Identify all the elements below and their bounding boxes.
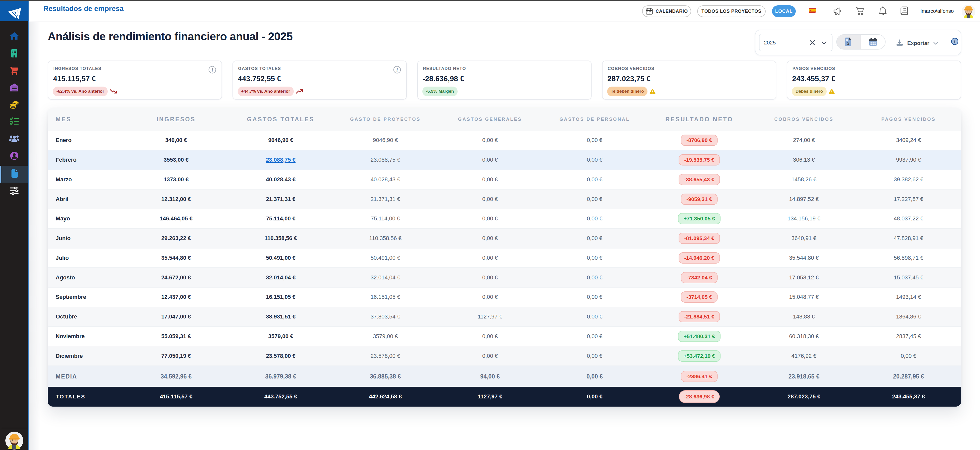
- svg-text:i: i: [396, 67, 398, 73]
- svg-text:i: i: [954, 39, 955, 44]
- svg-text:$: $: [847, 41, 850, 46]
- svg-text:i: i: [212, 67, 213, 73]
